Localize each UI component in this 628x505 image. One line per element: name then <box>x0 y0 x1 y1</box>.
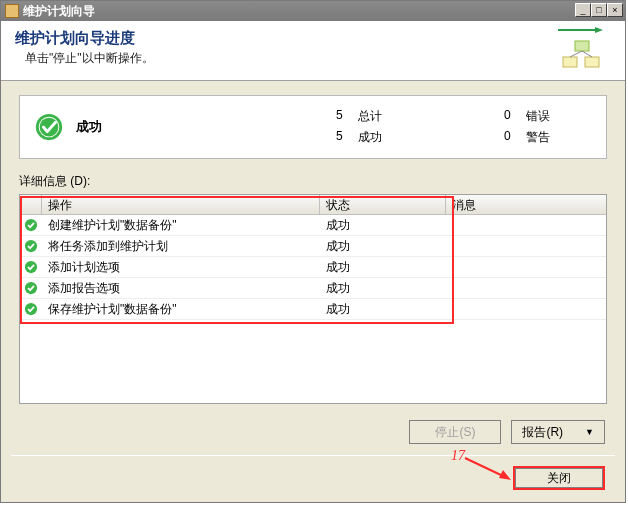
report-button[interactable]: 报告(R) ▼ <box>511 420 605 444</box>
close-window-button[interactable]: × <box>607 3 623 17</box>
svg-line-3 <box>570 51 582 57</box>
row-status: 成功 <box>320 238 446 255</box>
window-title: 维护计划向导 <box>23 3 95 20</box>
table-row[interactable]: 添加计划选项 成功 <box>20 257 606 278</box>
titlebar[interactable]: 维护计划向导 _ □ × <box>1 1 625 21</box>
wizard-progress-title: 维护计划向导进度 <box>15 29 611 48</box>
table-row[interactable]: 添加报告选项 成功 <box>20 278 606 299</box>
svg-rect-2 <box>585 57 599 67</box>
svg-line-13 <box>465 458 503 476</box>
success-label: 成功 <box>358 129 424 146</box>
wizard-progress-subtitle: 单击"停止"以中断操作。 <box>25 50 611 67</box>
maximize-button[interactable]: □ <box>591 3 607 17</box>
grid-header-status[interactable]: 状态 <box>320 195 446 214</box>
minimize-button[interactable]: _ <box>575 3 591 17</box>
error-label: 错误 <box>526 108 592 125</box>
table-row[interactable]: 保存维护计划"数据备份" 成功 <box>20 299 606 320</box>
row-status: 成功 <box>320 259 446 276</box>
success-icon <box>24 239 38 253</box>
stop-button: 停止(S) <box>409 420 501 444</box>
details-grid[interactable]: 操作 状态 消息 创建维护计划"数据备份" 成功 将任务添加到维护计划 成功 <box>19 194 607 404</box>
success-icon <box>24 302 38 316</box>
stop-button-label: 停止(S) <box>435 424 475 441</box>
annotation-arrow-icon <box>463 454 513 484</box>
table-row[interactable]: 将任务添加到维护计划 成功 <box>20 236 606 257</box>
chevron-down-icon: ▼ <box>585 427 594 437</box>
row-action: 创建维护计划"数据备份" <box>42 217 320 234</box>
row-action: 将任务添加到维护计划 <box>42 238 320 255</box>
svg-line-4 <box>582 51 592 57</box>
details-label: 详细信息 (D): <box>19 173 607 190</box>
maintenance-plan-wizard-window: 维护计划向导 _ □ × 维护计划向导进度 单击"停止"以中断操作。 <box>0 0 626 503</box>
success-icon <box>24 218 38 232</box>
success-icon <box>24 260 38 274</box>
grid-header: 操作 状态 消息 <box>20 195 606 215</box>
total-label: 总计 <box>358 108 424 125</box>
table-row[interactable]: 创建维护计划"数据备份" 成功 <box>20 215 606 236</box>
success-value: 5 <box>336 129 358 146</box>
row-action: 保存维护计划"数据备份" <box>42 301 320 318</box>
row-status: 成功 <box>320 301 446 318</box>
grid-header-action[interactable]: 操作 <box>42 195 320 214</box>
warning-label: 警告 <box>526 129 592 146</box>
separator <box>11 455 615 456</box>
grid-header-icon-col[interactable] <box>20 195 42 214</box>
svg-marker-14 <box>499 470 511 480</box>
success-icon <box>24 281 38 295</box>
row-status: 成功 <box>320 280 446 297</box>
status-summary-panel: 成功 5 总计 0 错误 5 成功 0 警告 <box>19 95 607 159</box>
wizard-header: 维护计划向导进度 单击"停止"以中断操作。 <box>1 21 625 81</box>
svg-rect-0 <box>575 41 589 51</box>
grid-body: 创建维护计划"数据备份" 成功 将任务添加到维护计划 成功 添加计划选项 成功 <box>20 215 606 320</box>
row-status: 成功 <box>320 217 446 234</box>
success-icon <box>34 112 64 142</box>
svg-rect-1 <box>563 57 577 67</box>
warning-value: 0 <box>504 129 526 146</box>
close-button-label: 关闭 <box>547 471 571 485</box>
row-action: 添加计划选项 <box>42 259 320 276</box>
error-value: 0 <box>504 108 526 125</box>
annotation-step-number: 17 <box>451 448 465 464</box>
close-button[interactable]: 关闭 <box>513 466 605 490</box>
wizard-graphic-icon <box>555 27 605 71</box>
row-action: 添加报告选项 <box>42 280 320 297</box>
total-value: 5 <box>336 108 358 125</box>
report-button-label: 报告(R) <box>522 424 563 441</box>
grid-header-message[interactable]: 消息 <box>446 195 606 214</box>
app-icon <box>5 4 19 18</box>
status-label: 成功 <box>76 118 336 136</box>
